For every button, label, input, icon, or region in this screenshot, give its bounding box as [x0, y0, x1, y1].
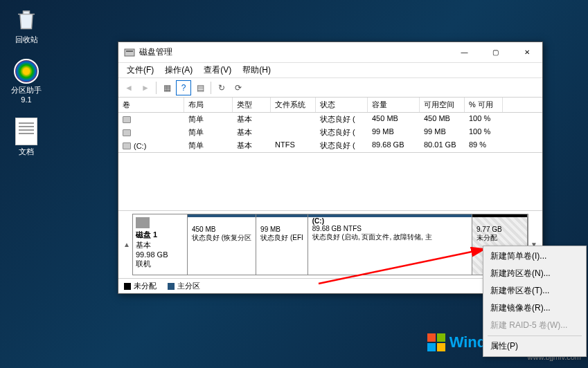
show-hide-button[interactable]: ▦: [159, 80, 175, 95]
menu-action[interactable]: 操作(A): [159, 63, 198, 77]
legend: 未分配 主分区: [118, 278, 542, 293]
settings-button[interactable]: ▤: [193, 80, 208, 95]
volume-icon: [123, 129, 131, 136]
back-button: ◄: [121, 80, 136, 95]
col-filesystem[interactable]: 文件系统: [271, 98, 316, 112]
partitions-container: 450 MB 状态良好 (恢复分区 99 MB 状态良好 (EFI (C:) 8…: [188, 214, 528, 275]
col-volume[interactable]: 卷: [118, 98, 184, 112]
desktop-icon-label: 分区助手 9.1: [6, 85, 47, 104]
ctx-new-spanned-volume[interactable]: 新建跨区卷(N)...: [485, 265, 585, 282]
volume-row[interactable]: 简单 基本 状态良好 ( 450 MB 450 MB 100 %: [118, 113, 542, 126]
col-type[interactable]: 类型: [233, 98, 271, 112]
ctx-separator: [488, 335, 582, 336]
volume-list-header: 卷 布局 类型 文件系统 状态 容量 可用空间 % 可用: [118, 98, 542, 113]
desktop-icon-label: 文档: [6, 147, 47, 157]
partition-assistant-icon: [14, 59, 39, 84]
col-capacity[interactable]: 容量: [368, 98, 420, 112]
app-icon: [124, 47, 135, 58]
volume-list: 卷 布局 类型 文件系统 状态 容量 可用空间 % 可用 简单 基本 状态良好 …: [118, 98, 542, 153]
maximize-button[interactable]: ▢: [480, 42, 511, 62]
desktop-icon-documents[interactable]: 文档: [6, 118, 47, 157]
menu-file[interactable]: 文件(F): [121, 63, 159, 77]
desktop-icon-label: 回收站: [6, 35, 47, 45]
context-menu: 新建简单卷(I)... 新建跨区卷(N)... 新建带区卷(T)... 新建镜像…: [483, 246, 587, 357]
ctx-new-striped-volume[interactable]: 新建带区卷(T)...: [485, 282, 585, 300]
scroll-up-icon[interactable]: ▲: [121, 214, 132, 275]
windows-logo-icon: [427, 333, 445, 351]
col-percent[interactable]: % 可用: [465, 98, 503, 112]
svg-rect-1: [126, 50, 133, 52]
disk-icon: [136, 217, 150, 228]
forward-button: ►: [138, 80, 153, 95]
menu-help[interactable]: 帮助(H): [237, 63, 276, 77]
recycle-bin-icon: [12, 6, 40, 33]
partition-efi[interactable]: 99 MB 状态良好 (EFI: [256, 214, 308, 275]
window-title: 磁盘管理: [139, 46, 449, 58]
desktop-icon-recycle-bin[interactable]: 回收站: [6, 6, 47, 45]
ctx-new-simple-volume[interactable]: 新建简单卷(I)...: [485, 248, 585, 265]
minimize-button[interactable]: —: [449, 42, 480, 62]
disk-management-window: 磁盘管理 — ▢ ✕ 文件(F) 操作(A) 查看(V) 帮助(H) ◄ ► ▦…: [118, 42, 543, 294]
ctx-properties[interactable]: 属性(P): [485, 338, 585, 355]
close-button[interactable]: ✕: [511, 42, 542, 62]
titlebar[interactable]: 磁盘管理 — ▢ ✕: [118, 42, 542, 63]
col-status[interactable]: 状态: [316, 98, 368, 112]
volume-icon: [123, 116, 131, 123]
ctx-new-mirrored-volume[interactable]: 新建镜像卷(R)...: [485, 300, 585, 317]
desktop-icon-partition-assistant[interactable]: 分区助手 9.1: [6, 59, 47, 104]
legend-primary: 主分区: [168, 281, 200, 291]
document-icon: [15, 118, 37, 145]
volume-row[interactable]: 简单 基本 状态良好 ( 99 MB 99 MB 100 %: [118, 126, 542, 139]
legend-unallocated: 未分配: [124, 281, 157, 291]
menubar: 文件(F) 操作(A) 查看(V) 帮助(H): [118, 63, 542, 78]
partition-c[interactable]: (C:) 89.68 GB NTFS 状态良好 (启动, 页面文件, 故障转储,…: [308, 214, 472, 275]
help-button[interactable]: ?: [176, 80, 191, 95]
disk-graphic-panel: ▲ 磁盘 1 基本 99.98 GB 联机 450 MB 状态良好 (恢复分区: [118, 210, 542, 278]
volume-icon: [123, 142, 131, 149]
rescan-button[interactable]: ⟳: [231, 80, 246, 95]
menu-view[interactable]: 查看(V): [198, 63, 237, 77]
toolbar: ◄ ► ▦ ? ▤ ↻ ⟳: [118, 78, 542, 98]
col-free[interactable]: 可用空间: [420, 98, 465, 112]
col-layout[interactable]: 布局: [184, 98, 233, 112]
svg-rect-0: [125, 49, 134, 56]
partition-recovery[interactable]: 450 MB 状态良好 (恢复分区: [188, 214, 256, 275]
refresh-button[interactable]: ↻: [214, 80, 229, 95]
window-controls: — ▢ ✕: [449, 42, 542, 62]
ctx-new-raid5-volume: 新建 RAID-5 卷(W)...: [485, 317, 585, 334]
volume-row[interactable]: (C:) 简单 基本 NTFS 状态良好 ( 89.68 GB 80.01 GB…: [118, 139, 542, 152]
disk-label[interactable]: 磁盘 1 基本 99.98 GB 联机: [132, 214, 188, 275]
